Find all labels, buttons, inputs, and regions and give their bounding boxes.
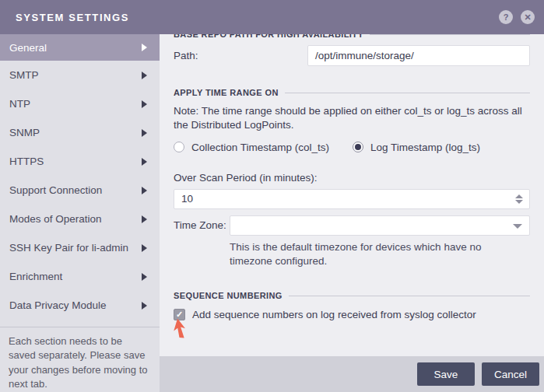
system-settings-dialog: SYSTEM SETTINGS ? ✕ General SMTP NTP SNM…: [0, 0, 544, 392]
chevron-right-icon: [142, 187, 147, 194]
section-base-repo-header: BASE REPO PATH FOR HIGH AVAILABILITY: [174, 34, 530, 40]
sidebar-item-label: Modes of Operation: [9, 213, 142, 225]
sidebar-item-label: NTP: [9, 98, 142, 110]
chevron-right-icon: [142, 302, 147, 310]
settings-content: BASE REPO PATH FOR HIGH AVAILABILITY Pat…: [160, 34, 544, 356]
path-row: Path: /opt/immune/storage/: [174, 45, 530, 66]
sidebar-item-label: Data Privacy Module: [9, 299, 142, 311]
section-sequence-header: SEQUENCE NUMBERING: [174, 290, 530, 301]
section-title: BASE REPO PATH FOR HIGH AVAILABILITY: [174, 34, 363, 39]
spinner-down-icon[interactable]: [515, 200, 523, 204]
dialog-title: SYSTEM SETTINGS: [16, 12, 129, 23]
sidebar-item-label: Enrichment: [9, 271, 142, 282]
sidebar-item-label: SNMP: [9, 127, 142, 138]
path-input[interactable]: /opt/immune/storage/: [307, 45, 530, 66]
timezone-label: Time Zone:: [174, 219, 230, 231]
sidebar-item-general[interactable]: General: [0, 34, 160, 61]
over-scan-label: Over Scan Period (in minutes):: [174, 172, 530, 184]
section-rule: [285, 93, 530, 93]
radio-label: Collection Timestamp (col_ts): [191, 142, 329, 153]
sequence-checkbox-row: ✓ Add sequence numbers on log received f…: [174, 309, 530, 320]
time-range-note: Note: The time range should be applied o…: [174, 104, 530, 133]
dialog-header: SYSTEM SETTINGS ? ✕: [0, 0, 544, 34]
annotation-arrow-icon: [172, 317, 191, 341]
radio-icon: [174, 142, 184, 152]
sequence-checkbox[interactable]: ✓: [174, 309, 185, 320]
sidebar-save-note: Each section needs to be saved separatel…: [0, 327, 160, 392]
sidebar-item-modes-of-operation[interactable]: Modes of Operation: [0, 205, 160, 233]
sidebar-item-label: Support Connection: [9, 184, 142, 196]
chevron-right-icon: [142, 72, 147, 79]
sidebar-item-smtp[interactable]: SMTP: [0, 61, 160, 89]
path-label: Path:: [174, 50, 307, 61]
dropdown-caret-icon: [513, 224, 522, 229]
over-scan-input[interactable]: 10: [174, 189, 530, 209]
radio-icon: [353, 142, 363, 152]
close-icon[interactable]: ✕: [521, 10, 535, 24]
chevron-right-icon: [142, 273, 147, 281]
header-icons: ? ✕: [499, 10, 535, 24]
sidebar-item-label: SMTP: [9, 69, 142, 81]
timestamp-radio-group: Collection Timestamp (col_ts) Log Timest…: [174, 142, 530, 153]
radio-collection-timestamp[interactable]: Collection Timestamp (col_ts): [174, 142, 329, 153]
section-title: SEQUENCE NUMBERING: [174, 291, 283, 300]
cancel-button[interactable]: Cancel: [482, 362, 539, 386]
section-rule: [289, 296, 530, 296]
chevron-right-icon: [142, 158, 147, 166]
chevron-right-icon: [142, 44, 147, 51]
over-scan-value: 10: [181, 193, 193, 205]
radio-label: Log Timestamp (log_ts): [370, 142, 480, 153]
chevron-right-icon: [142, 215, 147, 223]
radio-log-timestamp[interactable]: Log Timestamp (log_ts): [353, 142, 480, 153]
section-rule: [370, 34, 530, 35]
timezone-row: Time Zone:: [174, 215, 530, 236]
sidebar-item-ssh-key-pair[interactable]: SSH Key Pair for li-admin: [0, 233, 160, 262]
number-spinner[interactable]: [515, 190, 523, 208]
spinner-up-icon[interactable]: [515, 194, 523, 198]
sidebar-item-label: General: [9, 42, 142, 54]
chevron-right-icon: [142, 129, 147, 137]
chevron-right-icon: [142, 100, 147, 108]
sidebar-item-enrichment[interactable]: Enrichment: [0, 262, 160, 291]
save-button[interactable]: Save: [417, 362, 475, 386]
sidebar-item-snmp[interactable]: SNMP: [0, 118, 160, 147]
dialog-footer: Save Cancel: [160, 356, 544, 392]
sidebar-item-https[interactable]: HTTPS: [0, 147, 160, 176]
sequence-checkbox-label: Add sequence numbers on log received fro…: [192, 309, 476, 320]
timezone-select[interactable]: [230, 215, 530, 236]
timezone-help-text: This is the default timezone for devices…: [230, 240, 525, 269]
sidebar-item-support-connection[interactable]: Support Connection: [0, 176, 160, 205]
sidebar-item-ntp[interactable]: NTP: [0, 89, 160, 118]
settings-sidebar: General SMTP NTP SNMP HTTPS Support Conn…: [0, 34, 160, 392]
help-icon[interactable]: ?: [499, 10, 513, 24]
section-title: APPLY TIME RANGE ON: [174, 88, 279, 97]
sidebar-item-label: SSH Key Pair for li-admin: [9, 242, 142, 254]
sidebar-item-label: HTTPS: [9, 156, 142, 167]
section-time-range-header: APPLY TIME RANGE ON: [174, 87, 530, 98]
chevron-right-icon: [142, 244, 147, 252]
sidebar-item-data-privacy-module[interactable]: Data Privacy Module: [0, 291, 160, 320]
